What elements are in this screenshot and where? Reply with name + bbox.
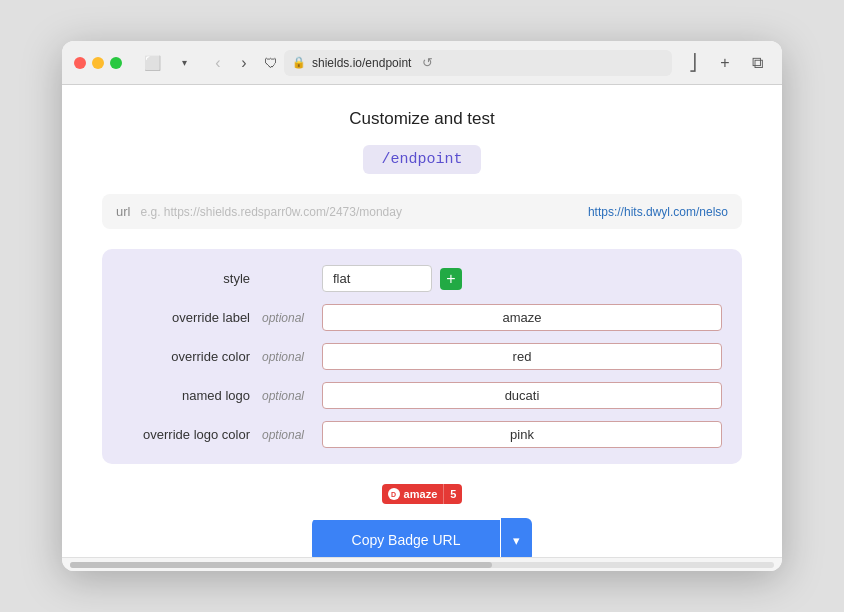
options-card: style flat flat-square plastic for-the-b… [102,249,742,464]
sidebar-toggle[interactable]: ⬜ ▾ [138,53,198,73]
sidebar-chevron[interactable]: ▾ [170,53,198,73]
badge-left-section: D amaze [382,484,444,504]
style-control-wrap: flat flat-square plastic for-the-badge s… [322,265,462,292]
share-button[interactable]: ⎦ [680,50,706,76]
address-bar-wrap: 🛡 🔒 shields.io/endpoint ↺ [264,50,672,76]
named-logo-option-row: named logo optional [122,382,722,409]
reload-button[interactable]: ↺ [417,53,437,73]
style-select-wrap: flat flat-square plastic for-the-badge s… [322,265,432,292]
chevron-down-icon: ▾ [513,533,520,548]
override-color-label: override color [122,349,262,364]
override-logo-color-label: override logo color [122,427,262,442]
named-logo-optional: optional [262,389,322,403]
new-tab-button[interactable]: + [712,50,738,76]
badge-label-text: amaze [404,488,438,500]
override-color-option-row: override color optional [122,343,722,370]
badge-preview: D amaze 5 [102,484,742,504]
lock-icon: 🔒 [292,56,306,69]
copy-btn-chevron-button[interactable]: ▾ [501,518,532,557]
back-button[interactable]: ‹ [206,51,230,75]
more-button[interactable]: ⧉ [744,50,770,76]
style-add-button[interactable]: + [440,268,462,290]
override-label-option-row: override label optional [122,304,722,331]
shield-privacy-icon: 🛡 [264,55,278,71]
endpoint-tag-wrap: /endpoint [102,145,742,174]
style-select[interactable]: flat flat-square plastic for-the-badge s… [322,265,432,292]
copy-btn-group: Copy Badge URL ▾ [312,518,532,557]
forward-button[interactable]: › [232,51,256,75]
minimize-button[interactable] [92,57,104,69]
browser-bottom [62,557,782,571]
sidebar-icon[interactable]: ⬜ [138,53,166,73]
nav-buttons: ‹ › [206,51,256,75]
toolbar-right: ⎦ + ⧉ [680,50,770,76]
title-bar: ⬜ ▾ ‹ › 🛡 🔒 shields.io/endpoint ↺ ⎦ + ⧉ [62,41,782,85]
page-title: Customize and test [102,109,742,129]
override-color-optional: optional [262,350,322,364]
style-option-row: style flat flat-square plastic for-the-b… [122,265,722,292]
scrollbar-thumb [70,562,492,568]
named-logo-input[interactable] [322,382,722,409]
style-label: style [122,271,262,286]
url-display: shields.io/endpoint [312,56,411,70]
maximize-button[interactable] [110,57,122,69]
named-logo-label: named logo [122,388,262,403]
badge-logo-icon: D [388,488,400,500]
override-label-input[interactable] [322,304,722,331]
traffic-lights [74,57,122,69]
copy-btn-wrap: Copy Badge URL ▾ [102,518,742,557]
close-button[interactable] [74,57,86,69]
badge: D amaze 5 [382,484,463,504]
url-placeholder: e.g. https://shields.redsparr0w.com/2473… [140,205,577,219]
override-logo-color-input[interactable] [322,421,722,448]
horizontal-scrollbar[interactable] [70,562,774,568]
endpoint-pill: /endpoint [363,145,480,174]
url-row: url e.g. https://shields.redsparr0w.com/… [102,194,742,229]
override-logo-color-optional: optional [262,428,322,442]
badge-count: 5 [450,488,456,500]
page-content: Customize and test /endpoint url e.g. ht… [62,85,782,557]
override-color-input[interactable] [322,343,722,370]
copy-badge-url-button[interactable]: Copy Badge URL [312,520,500,557]
url-label: url [116,204,130,219]
address-bar[interactable]: 🔒 shields.io/endpoint ↺ [284,50,672,76]
browser-window: ⬜ ▾ ‹ › 🛡 🔒 shields.io/endpoint ↺ ⎦ + ⧉ … [62,41,782,571]
badge-right-section: 5 [443,484,462,504]
override-logo-color-option-row: override logo color optional [122,421,722,448]
url-value-link[interactable]: https://hits.dwyl.com/nelso [588,205,728,219]
override-label-label: override label [122,310,262,325]
override-label-optional: optional [262,311,322,325]
